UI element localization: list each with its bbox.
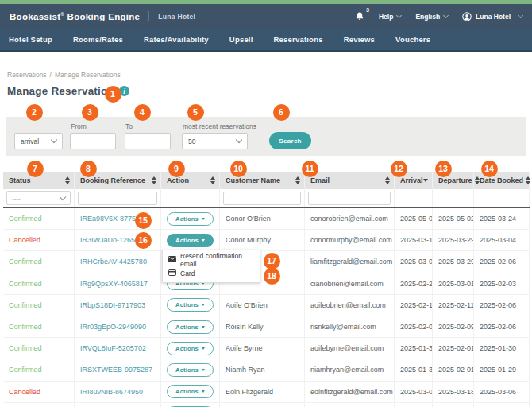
arrival-cell: 2025-03-19 (395, 230, 433, 250)
arrival-cell-text: 2025-05-01 (400, 215, 433, 223)
email-filter-input[interactable] (308, 192, 391, 205)
departure-cell: 2025-03-29 (433, 230, 474, 250)
annotation-badge-10: 10 (230, 161, 247, 177)
actions-button[interactable]: Actions (167, 298, 214, 312)
date-booked-cell-text: 2025-03-24 (480, 215, 516, 223)
departure-cell: 2025-02-01 (433, 338, 474, 359)
sort-icon[interactable] (526, 176, 530, 184)
sort-icon[interactable] (295, 176, 300, 184)
departure-cell-text: 2025-03-29 (438, 236, 474, 244)
main-nav: Hotel SetupRooms/RatesRates/Availability… (0, 29, 532, 52)
caret-down-icon (202, 390, 205, 393)
filter-cell-arrival (395, 189, 433, 207)
from-label: From (71, 122, 116, 130)
menu-item-card[interactable]: Card (163, 266, 260, 280)
booking-reference-filter-input[interactable] (78, 192, 157, 205)
annotation-badge-15: 15 (135, 212, 152, 229)
nav-item-reservations[interactable]: Reservations (274, 35, 323, 44)
card-icon (168, 269, 176, 277)
nav-item-vouchers[interactable]: Vouchers (395, 35, 430, 44)
sort-icon[interactable] (65, 176, 70, 184)
help-menu[interactable]: Help (379, 13, 401, 21)
table-row: CancelledIRI8uvNIB-8674950ActionsEoin Fi… (3, 382, 530, 403)
bell-icon (355, 11, 364, 21)
customer-name-cell-text: Eoin Fitzgerald (226, 388, 273, 396)
sort-by-select[interactable]: arrival (14, 133, 63, 149)
header-divider (148, 11, 149, 21)
customer-name-cell-text: Aoife Byrne (226, 344, 263, 352)
arrival-cell-text: 2025-03-06 (400, 388, 433, 396)
actions-button[interactable]: Actions (167, 234, 214, 247)
arrival-cell: 2025-02-08 (395, 316, 433, 337)
nav-item-rates-availability[interactable]: Rates/Availability (144, 35, 209, 44)
arrival-cell-text: 2025-02-08 (400, 323, 433, 331)
recent-reservations-select[interactable]: 50 (182, 133, 248, 149)
email-cell: risnosullivan@email.com (305, 403, 395, 407)
date-booked-cell: 2025-01-29 (474, 359, 530, 380)
table-row: ConfirmedIRbpS18DI-9717903ActionsAoife O… (3, 295, 530, 316)
booking-reference-cell-text: IRr03gEpO-2949090 (80, 323, 146, 331)
actions-button[interactable]: Actions (167, 342, 214, 355)
customer-name-cell: Conor O'Brien (220, 208, 305, 229)
chevron-down-icon (443, 13, 449, 18)
nav-item-upsell[interactable]: Upsell (229, 35, 253, 44)
actions-button[interactable]: Actions (167, 385, 214, 398)
caret-down-icon (202, 218, 205, 220)
nav-item-rooms-rates[interactable]: Rooms/Rates (73, 35, 123, 44)
sort-down-arrow-icon (65, 181, 70, 184)
column-label: Action (167, 176, 189, 184)
date-from-group: From (70, 122, 116, 149)
booking-reference-cell-text: IRbpS18DI-9717903 (80, 301, 145, 309)
nav-item-hotel-setup[interactable]: Hotel Setup (9, 35, 52, 44)
actions-button[interactable]: Actions (167, 212, 214, 226)
table-row: ConfirmedIRVQL8IuF-5205702ActionsAoife B… (3, 338, 530, 359)
annotation-badge-14: 14 (481, 161, 498, 177)
sort-desc-arrow-icon[interactable] (423, 179, 428, 182)
email-cell: aoifebyrne@email.com (305, 338, 395, 359)
sort-icon[interactable] (385, 176, 390, 184)
sort-down-arrow-icon (385, 181, 390, 184)
date-from-input[interactable] (70, 133, 116, 149)
column-label: Booking Reference (80, 176, 145, 184)
table-row: CancelledIR3IWJaUo-1265683ActionsConor M… (3, 230, 530, 251)
email-cell-text: conorobrien@email.com (310, 215, 388, 223)
customer-name-filter-input[interactable] (223, 192, 301, 205)
actions-button-label: Actions (175, 345, 199, 352)
actions-button[interactable]: Actions (167, 363, 214, 377)
column-label: Email (310, 176, 330, 184)
search-button[interactable]: Search (269, 132, 311, 149)
actions-button[interactable]: Actions (167, 320, 214, 334)
notifications-button[interactable]: 3 (355, 11, 364, 21)
booking-reference-cell: IRbpS18DI-9717903 (75, 295, 161, 316)
status-cell-text: Confirmed (9, 301, 42, 309)
booking-reference-cell-text: IRI8uvNIB-8674950 (80, 388, 143, 396)
email-cell: liamfitzgerald@email.com (305, 251, 395, 272)
actions-button-label: Actions (175, 237, 199, 244)
action-cell: Actions (161, 359, 220, 380)
app-logo[interactable]: Bookassist® Booking Engine (10, 12, 140, 21)
column-header-email[interactable]: Email (305, 172, 395, 189)
date-to-input[interactable] (125, 133, 171, 149)
email-cell: eoinfitzgerald@email.com (305, 382, 395, 402)
status-cell: Cancelled (3, 230, 75, 250)
arrival-cell: 2025-01-31 (395, 338, 433, 359)
email-cell-text: conormurphy@email.com (310, 236, 392, 244)
breadcrumb-item-reservations[interactable]: Reservations (7, 71, 47, 79)
sort-icon[interactable] (152, 176, 156, 184)
language-menu[interactable]: English (415, 13, 448, 21)
status-cell: Confirmed (3, 338, 75, 359)
status-cell: Confirmed (3, 273, 75, 294)
arrival-cell: 2025-02-10 (395, 295, 433, 316)
booking-reference-cell-text: IRVQL8IuF-5205702 (80, 344, 146, 352)
sort-icon[interactable] (210, 176, 215, 184)
chevron-down-icon (396, 13, 402, 18)
user-menu[interactable]: Luna Hotel (462, 12, 522, 21)
action-cell: Actions (161, 338, 220, 359)
status-filter-select[interactable]: ---- (6, 191, 71, 205)
table-row: ConfirmedIREa98V6X-8775809ActionsConor O… (3, 208, 530, 230)
caret-down-icon (202, 239, 205, 242)
menu-item-resend-confirmation-email[interactable]: Resend confirmation email (163, 253, 260, 266)
status-cell-text: Confirmed (9, 258, 42, 266)
nav-item-reviews[interactable]: Reviews (344, 35, 375, 44)
date-booked-cell: 2025-03-06 (474, 382, 530, 402)
